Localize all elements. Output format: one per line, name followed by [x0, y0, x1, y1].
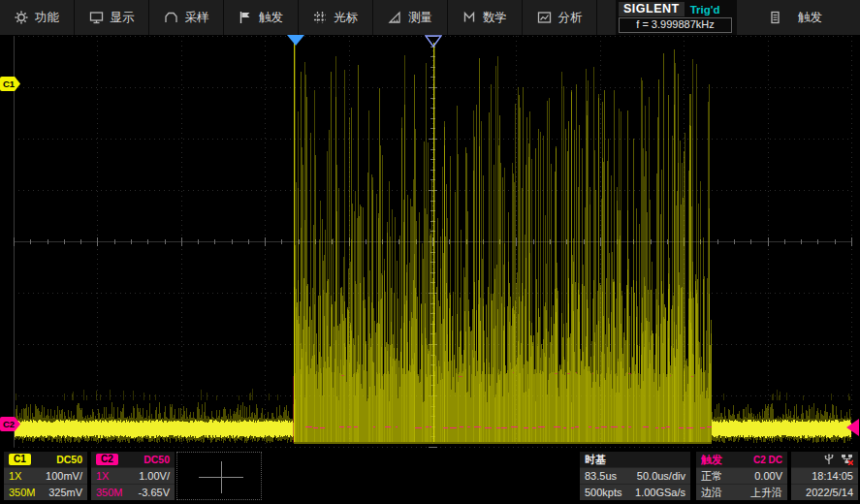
- measure-icon: [388, 11, 401, 24]
- timebase-title: 时基: [585, 453, 606, 467]
- c2-coupling: DC50: [143, 454, 170, 465]
- menu-item-trigger-panel[interactable]: 触发: [736, 0, 860, 35]
- menu-item-trigger[interactable]: 触发: [224, 0, 299, 35]
- menu-item-label: 数学: [483, 10, 507, 26]
- menu-item-label: 采样: [185, 10, 209, 26]
- trigger-source: C2 DC: [753, 455, 782, 465]
- trigger-mode: 正常: [701, 469, 722, 484]
- trigger-level-marker[interactable]: [846, 419, 859, 436]
- c2-offset: -3.65V: [139, 487, 170, 498]
- channel1-descriptor[interactable]: C1 DC50 1X 100mV/ 350M 325mV: [4, 452, 87, 500]
- lan-disconnected-icon: [841, 454, 853, 465]
- oscilloscope-ui: 功能 显示 采样 触发: [0, 0, 860, 504]
- math-icon: [462, 11, 476, 24]
- trigger-descriptor[interactable]: 触发 C2 DC 正常 0.00V 边沿 上升沿: [696, 452, 787, 500]
- waveform-display[interactable]: C1 C2: [0, 35, 860, 448]
- trigger-title: 触发: [701, 453, 722, 467]
- analysis-icon: [537, 11, 552, 24]
- acquire-icon: [164, 11, 178, 24]
- cursor-icon: [313, 11, 327, 24]
- menu-item-cursor[interactable]: 光标: [299, 0, 373, 35]
- c1-bandwidth: 350M: [9, 487, 36, 498]
- trigger-slope: 上升沿: [750, 486, 782, 500]
- menu-item-label: 触发: [798, 10, 822, 26]
- channel2-descriptor[interactable]: C2 DC50 1X 1.00V/ 350M -3.65V: [91, 452, 175, 500]
- system-status: 18:14:05 2022/5/14: [791, 452, 858, 500]
- usb-icon: [823, 454, 835, 465]
- c2-badge: C2: [96, 454, 118, 465]
- menu-item-label: 功能: [35, 10, 59, 26]
- c1-probe: 1X: [9, 470, 21, 482]
- c2-bandwidth: 350M: [96, 487, 123, 498]
- c1-badge: C1: [9, 454, 31, 465]
- menu-item-analysis[interactable]: 分析: [523, 0, 597, 35]
- timebase-descriptor[interactable]: 时基 83.5us 50.0us/div 500kpts 1.00GSa/s: [580, 452, 690, 500]
- c1-coupling: DC50: [56, 454, 82, 465]
- siglent-logo: SIGLENT: [619, 2, 685, 16]
- list-icon: [769, 11, 781, 24]
- gear-icon: [15, 11, 28, 24]
- menu-item-display[interactable]: 显示: [75, 0, 149, 35]
- c1-vdiv: 100mV/: [46, 470, 82, 482]
- menu-item-label: 测量: [408, 10, 432, 26]
- timebase-tdiv: 50.0us/div: [637, 470, 685, 482]
- menu-item-label: 触发: [259, 10, 283, 26]
- menu-item-label: 分析: [558, 10, 583, 26]
- add-channel-placeholder[interactable]: [176, 452, 262, 500]
- waveform-canvas[interactable]: [0, 35, 860, 448]
- menu-item-function[interactable]: 功能: [0, 0, 75, 35]
- trigger-position-marker[interactable]: [287, 35, 304, 46]
- timebase-samplerate: 1.00GSa/s: [635, 487, 685, 498]
- c2-vdiv: 1.00V/: [139, 470, 170, 482]
- system-date: 2022/5/14: [806, 487, 853, 498]
- trigger-type: 边沿: [701, 486, 722, 500]
- add-channel-crosshair: [221, 461, 222, 493]
- menu-item-label: 显示: [111, 10, 135, 26]
- display-icon: [89, 11, 104, 24]
- bottom-status-bar: C1 DC50 1X 100mV/ 350M 325mV C2 DC50 1X …: [0, 448, 860, 504]
- c1-offset: 325mV: [48, 487, 82, 498]
- c2-probe: 1X: [96, 470, 109, 482]
- trigger-frequency-readout: f = 3.999887kHz: [619, 17, 732, 33]
- horizontal-center-marker[interactable]: [425, 35, 442, 47]
- trigger-flag-icon: [239, 11, 252, 24]
- timebase-memory: 500kpts: [585, 487, 622, 498]
- menu-item-label: 光标: [334, 10, 358, 26]
- trigger-status-badge: Trig'd: [690, 4, 720, 16]
- trigger-level: 0.00V: [754, 470, 782, 482]
- logo-block: SIGLENT Trig'd f = 3.999887kHz: [616, 0, 736, 35]
- menu-item-acquire[interactable]: 采样: [149, 0, 224, 35]
- top-menu-bar: 功能 显示 采样 触发: [0, 0, 860, 35]
- menu-item-measure[interactable]: 测量: [373, 0, 448, 35]
- menu-item-math[interactable]: 数学: [448, 0, 523, 35]
- timebase-delay: 83.5us: [585, 470, 617, 482]
- system-time: 18:14:05: [812, 470, 853, 482]
